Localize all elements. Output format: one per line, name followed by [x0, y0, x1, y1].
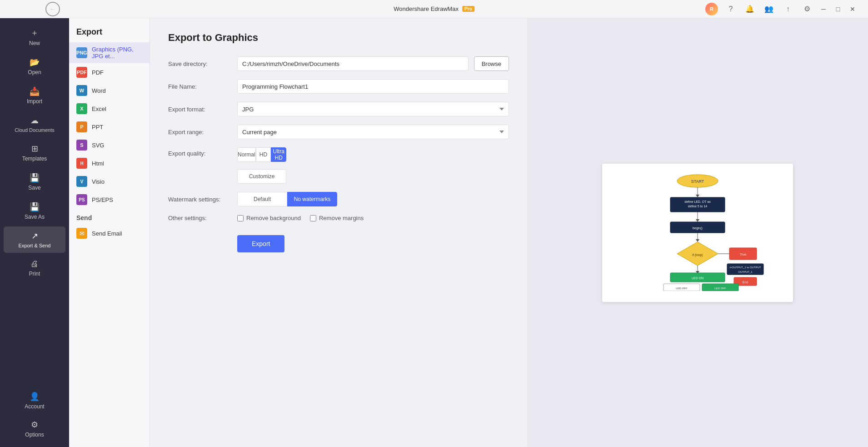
titlebar: ← Wondershare EdrawMax Pro R ? 🔔 👥 ↑ ⚙ ─…	[0, 0, 868, 18]
team-icon[interactable]: 👥	[763, 3, 775, 15]
print-icon: 🖨	[30, 259, 39, 269]
pdf-icon: PDF	[76, 67, 87, 78]
sidebar-item-label-cloud: Cloud Documents	[15, 127, 54, 133]
minimize-button[interactable]: ─	[817, 3, 830, 15]
export-item-svg[interactable]: S SVG	[69, 136, 150, 154]
quality-ultra-hd-button[interactable]: Ultra HD	[271, 147, 286, 162]
svg-text:LED OFF: LED OFF	[676, 287, 688, 290]
remove-bg-label[interactable]: Remove background	[237, 215, 301, 221]
user-avatar[interactable]: R	[705, 3, 718, 15]
remove-margins-label[interactable]: Remove margins	[310, 215, 364, 221]
export-range-row: Export range: Current page All pages Sel…	[168, 125, 509, 139]
export-item-label-ppt: PPT	[92, 124, 103, 131]
settings-icon[interactable]: ⚙	[801, 3, 813, 15]
sidebar-item-cloud[interactable]: ☁ Cloud Documents	[4, 111, 65, 137]
export-item-label-html: Html	[92, 160, 104, 167]
export-panel: Export PNG Graphics (PNG, JPG et... PDF …	[69, 18, 150, 447]
pseps-icon: PS	[76, 194, 87, 205]
main-layout: ＋ New 📂 Open 📥 Import ☁ Cloud Documents …	[0, 18, 868, 447]
sidebar-item-label-templates: Templates	[22, 156, 47, 162]
export-item-label-excel: Excel	[92, 105, 106, 112]
email-icon: ✉	[76, 228, 87, 239]
account-icon: 👤	[30, 392, 40, 402]
sidebar-item-print[interactable]: 🖨 Print	[4, 255, 65, 281]
svg-text:begin(): begin()	[693, 226, 703, 230]
remove-margins-checkbox[interactable]	[310, 215, 316, 221]
export-item-label-svg: SVG	[92, 142, 104, 149]
help-icon[interactable]: ?	[724, 3, 737, 15]
svg-text:End: End	[743, 281, 748, 284]
export-item-label-pseps: PS/EPS	[92, 196, 113, 203]
sidebar-item-templates[interactable]: ⊞ Templates	[4, 139, 65, 166]
remove-bg-checkbox[interactable]	[237, 215, 244, 221]
sidebar-item-import[interactable]: 📥 Import	[4, 82, 65, 109]
export-item-pseps[interactable]: PS PS/EPS	[69, 191, 150, 209]
export-item-pdf[interactable]: PDF PDF	[69, 63, 150, 81]
sidebar-item-options[interactable]: ⚙ Options	[4, 415, 65, 442]
sidebar: ＋ New 📂 Open 📥 Import ☁ Cloud Documents …	[0, 18, 69, 447]
main-content: Export to Graphics Save directory: Brows…	[150, 18, 527, 447]
share-icon[interactable]: ↑	[782, 3, 794, 15]
sidebar-item-save-as[interactable]: 💾 Save As	[4, 197, 65, 225]
svg-text:define LED, OT as: define LED, OT as	[684, 200, 711, 203]
watermark-default-button[interactable]: Default	[237, 192, 287, 206]
pro-badge: Pro	[462, 6, 474, 12]
svg-marker-8	[696, 219, 699, 222]
export-item-email[interactable]: ✉ Send Email	[69, 224, 150, 242]
export-range-select[interactable]: Current page All pages Selected pages	[237, 125, 509, 139]
export-quality-label: Export quality:	[168, 147, 232, 157]
back-button[interactable]: ←	[45, 2, 60, 16]
save-directory-input[interactable]	[237, 56, 469, 71]
watermark-group: Default No watermarks	[237, 192, 337, 206]
export-item-ppt[interactable]: P PPT	[69, 118, 150, 136]
import-icon: 📥	[30, 86, 40, 96]
svg-text:START: START	[691, 179, 704, 184]
customize-button[interactable]: Customize	[237, 169, 286, 184]
export-item-graphics[interactable]: PNG Graphics (PNG, JPG et...	[69, 42, 150, 63]
svg-icon: S	[76, 140, 87, 151]
export-format-select[interactable]: JPG PNG BMP SVG PDF	[237, 102, 509, 116]
sidebar-item-export[interactable]: ↗ Export & Send	[4, 226, 65, 253]
excel-icon: X	[76, 103, 87, 114]
export-item-html[interactable]: H Html	[69, 154, 150, 172]
save-directory-label: Save directory:	[168, 60, 232, 67]
sidebar-item-label-save-as: Save As	[25, 214, 45, 220]
browse-button[interactable]: Browse	[474, 56, 509, 71]
export-button[interactable]: Export	[237, 235, 284, 252]
save-as-icon: 💾	[30, 202, 40, 212]
preview-container: START define LED, OT as define 5 to 14 b…	[602, 164, 793, 302]
bell-icon[interactable]: 🔔	[743, 3, 756, 15]
export-panel-title: Export	[69, 18, 150, 42]
save-icon: 💾	[30, 173, 40, 183]
new-icon: ＋	[30, 27, 39, 38]
sidebar-item-new[interactable]: ＋ New	[4, 23, 65, 51]
export-item-excel[interactable]: X Excel	[69, 100, 150, 118]
file-name-row: File Name:	[168, 79, 509, 94]
quality-normal-button[interactable]: Normal	[237, 147, 256, 162]
export-item-label-visio: Visio	[92, 178, 105, 185]
maximize-button[interactable]: □	[832, 3, 844, 15]
export-item-visio[interactable]: V Visio	[69, 172, 150, 191]
sidebar-item-label-open: Open	[28, 69, 41, 75]
sidebar-item-label-print: Print	[29, 271, 40, 277]
file-name-input[interactable]	[237, 79, 509, 94]
export-item-label-email: Send Email	[92, 230, 122, 237]
other-settings-row: Other settings: Remove background Remove…	[168, 215, 509, 221]
page-title: Export to Graphics	[168, 32, 509, 44]
preview-panel: START define LED, OT as define 5 to 14 b…	[527, 18, 868, 447]
export-item-word[interactable]: W Word	[69, 81, 150, 100]
export-format-label: Export format:	[168, 106, 232, 113]
watermark-none-button[interactable]: No watermarks	[287, 192, 337, 206]
save-directory-row: Save directory: Browse	[168, 56, 509, 71]
sidebar-item-save[interactable]: 💾 Save	[4, 168, 65, 196]
sidebar-item-account[interactable]: 👤 Account	[4, 387, 65, 414]
export-button-row: Export	[237, 230, 509, 252]
sidebar-item-open[interactable]: 📂 Open	[4, 53, 65, 80]
templates-icon: ⊞	[31, 144, 38, 154]
close-button[interactable]: ✕	[846, 3, 859, 15]
quality-hd-button[interactable]: HD	[256, 147, 271, 162]
svg-text:OUTPUT_1: OUTPUT_1	[738, 271, 753, 273]
svg-text:LED ON: LED ON	[692, 276, 703, 280]
sidebar-item-label-save: Save	[28, 185, 40, 191]
ppt-icon: P	[76, 121, 87, 132]
